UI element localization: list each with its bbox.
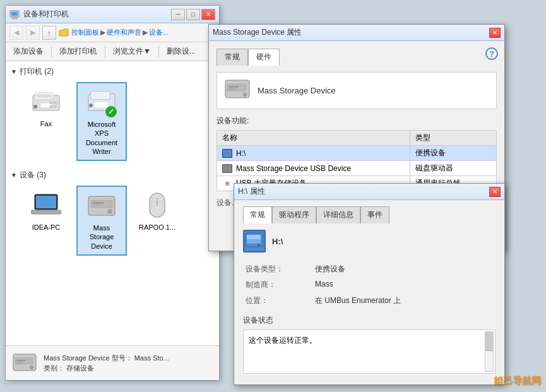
delete-device-button[interactable]: 删除设... [164,45,198,58]
status-category-label: 类别： [44,364,64,372]
svg-rect-21 [92,202,104,204]
h-status-text: 这个设备运转正常。 [249,336,317,345]
breadcrumb-item-3[interactable]: 设备... [149,28,169,37]
row-usb-name-cell: Mass Storage Device USB Device [217,161,410,176]
up-button[interactable]: ↑ [42,26,56,40]
device-item-fax[interactable]: Fax [21,82,71,161]
forward-button[interactable]: ▶ [26,26,40,40]
close-button[interactable]: ✕ [201,9,215,20]
row-usb-type: 磁盘驱动器 [410,161,496,176]
status-device-icon [12,350,37,376]
h-props-dialog-title: H:\ 属性 [238,186,265,197]
drive-icon [222,149,232,158]
device-functions-table: 名称 类型 H:\ 便携设备 [217,130,497,191]
printers-section-header: ▼ 打印机 (2) [11,66,214,77]
device-item-mass-storage[interactable]: Mass StorageDevice [76,186,127,256]
toolbar-separator-2 [105,46,105,57]
props-tab-hardware[interactable]: 硬件 [248,49,280,66]
table-header-name: 名称 [217,131,410,146]
table-row-usb-device[interactable]: Mass Storage Device USB Device 磁盘驱动器 [217,161,497,176]
h-info-table: 设备类型： 便携设备 制造商： Mass 位置： 在 UMBus Enumera… [243,261,496,309]
svg-point-33 [244,93,247,97]
h-props-content: 常规 驱动程序 详细信息 事件 H:\ 设备类型： 便携设备 制造 [234,200,504,380]
h-device-icon [243,230,266,252]
ideapc-label: IDEA-PC [32,223,61,231]
props-section-label: 设备功能: [217,116,497,126]
svg-rect-17 [31,210,61,214]
xps-label: Microsoft XPSDocumentWriter [81,120,122,156]
h-mfr-value: Mass [312,277,496,293]
props-close-button[interactable]: ✕ [489,28,501,38]
h-info-row-mfr: 制造商： Mass [243,277,496,293]
table-row-h[interactable]: H:\ 便携设备 [217,146,497,161]
status-storage-icon-svg [13,353,37,373]
mass-storage-icon [86,191,117,221]
toolbar-separator-1 [51,46,52,57]
svg-point-28 [30,366,33,369]
toolbar: 添加设备 添加打印机 浏览文件▼ 删除设... [6,42,219,61]
table-header-type: 类型 [410,131,496,146]
row-h-name-cell: H:\ [217,146,410,161]
svg-rect-1 [11,12,18,16]
props-tab-general[interactable]: 常规 [217,49,248,66]
device-item-ideapc[interactable]: IDEA-PC [21,186,71,256]
svg-rect-30 [16,362,23,364]
add-printer-button[interactable]: 添加打印机 [57,45,100,58]
printers-section-label: 打印机 (2) [20,66,54,77]
h-tab-events[interactable]: 事件 [360,206,389,223]
props-dialog-title: Mass Storage Device 属性 [213,27,302,38]
props-title-bar: Mass Storage Device 属性 ✕ [209,25,504,41]
usb-icon: ⊕ [222,179,232,188]
svg-rect-38 [247,235,261,239]
h-status-scrollbar[interactable] [485,331,494,372]
main-title-bar: 设备和打印机 ─ □ ✕ [6,6,219,23]
back-button[interactable]: ◀ [9,26,23,40]
row-h-type: 便携设备 [410,146,496,161]
svg-rect-12 [92,93,109,98]
h-info-row-type: 设备类型： 便携设备 [243,261,496,277]
status-category-value: 存储设备 [66,364,94,372]
watermark: 妲己导航网 [494,375,541,387]
main-window: 设备和打印机 ─ □ ✕ ◀ ▶ ↑ 控制面板 ▶ 硬件和声音 ▶ 设备... … [5,5,220,381]
mouse-icon-svg [148,192,166,220]
status-type-label: 型号： [112,354,133,362]
h-type-value: 便携设备 [312,261,496,277]
svg-rect-13 [95,102,109,108]
h-props-title-bar: H:\ 属性 ✕ [234,184,504,200]
h-type-label: 设备类型： [243,261,312,277]
breadcrumb-item-1[interactable]: 控制面板 [71,28,99,37]
props-device-header: Mass Storage Device [217,72,497,109]
props-search-area: ? [485,47,498,60]
disk-icon [222,164,232,173]
device-item-xps[interactable]: ✓ Microsoft XPSDocumentWriter [76,82,127,161]
status-text: Mass Storage Device 型号： Mass Sto... 类别： … [44,353,169,374]
devices-section-label: 设备 (3) [20,170,46,181]
breadcrumb-item-2[interactable]: 硬件和声音 [107,28,141,37]
check-mark: ✓ [105,106,117,117]
maximize-button[interactable]: □ [186,9,200,20]
nav-folder-icon [59,28,69,38]
h-props-tabs: 常规 驱动程序 详细信息 事件 [243,206,496,223]
printers-collapse-triangle[interactable]: ▼ [11,68,17,75]
svg-rect-16 [36,196,56,208]
svg-point-39 [258,244,260,246]
devices-collapse-triangle[interactable]: ▼ [11,172,17,179]
row-h-name: H:\ [236,149,246,158]
minimize-button[interactable]: ─ [171,9,185,20]
h-tab-general[interactable]: 常规 [243,206,272,223]
h-status-section-label: 设备状态 [243,315,496,326]
svg-rect-29 [16,360,25,362]
h-tab-details[interactable]: 详细信息 [316,206,360,223]
device-item-rapoo[interactable]: RAPOO 1... [132,186,182,256]
printers-grid: Fax ✓ Microsoft XPSDocumentWriter [21,82,214,161]
fax-label: Fax [40,120,52,128]
mass-storage-label: Mass StorageDevice [81,223,122,251]
browse-files-button[interactable]: 浏览文件▼ [110,45,153,58]
h-tab-driver[interactable]: 驱动程序 [272,206,316,223]
h-props-close-button[interactable]: ✕ [489,187,501,197]
h-status-section: 这个设备运转正常。 [243,330,496,374]
svg-rect-35 [228,88,235,90]
rapoo-icon [142,191,172,221]
add-device-button[interactable]: 添加设备 [11,45,46,58]
info-icon[interactable]: ? [485,47,498,60]
